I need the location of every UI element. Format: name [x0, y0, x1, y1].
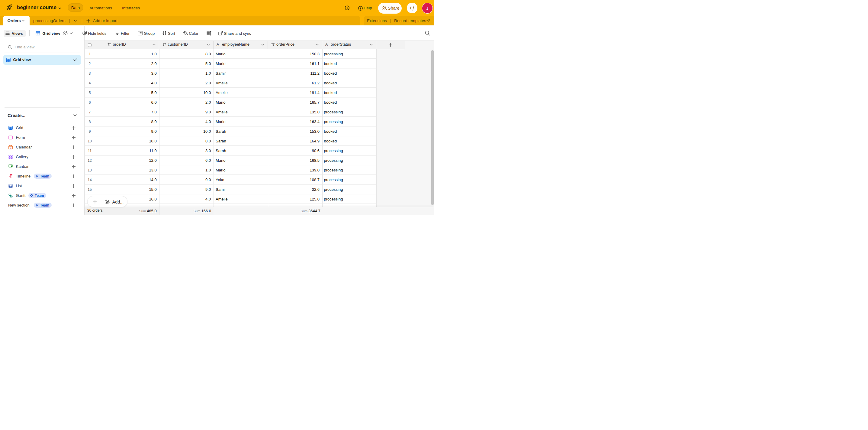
svg-text:31: 31	[10, 147, 11, 149]
